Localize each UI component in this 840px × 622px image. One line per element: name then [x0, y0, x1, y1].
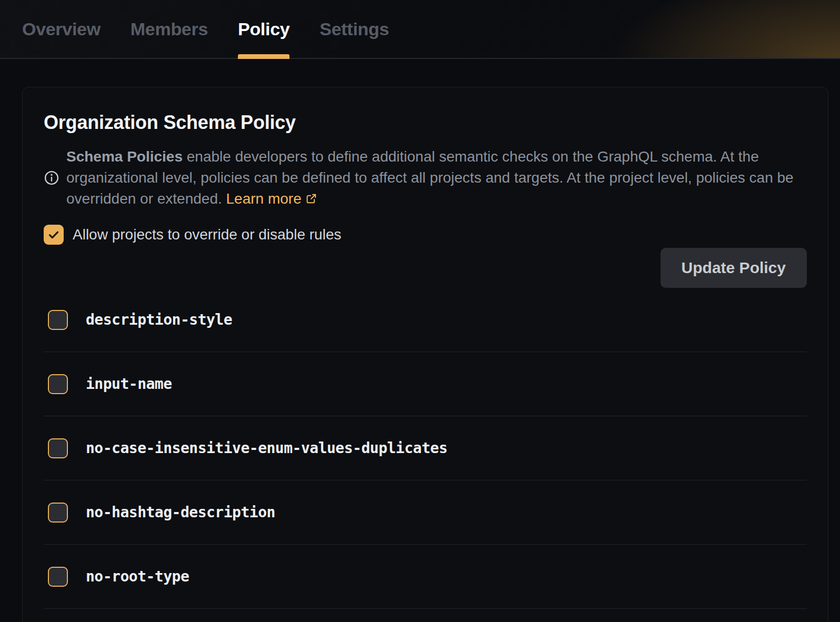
rule-checkbox[interactable] [48, 438, 68, 458]
tabs-nav: Overview Members Policy Settings [22, 0, 389, 58]
external-link-icon [305, 193, 317, 205]
rule-name: no-hashtag-description [86, 504, 275, 521]
rule-row-description-style: description-style [44, 288, 807, 352]
rule-name: description-style [86, 311, 232, 328]
tab-members[interactable]: Members [131, 0, 208, 58]
main-content: Organization Schema Policy Schema Polici… [0, 87, 840, 622]
rule-name: no-root-type [86, 568, 189, 585]
learn-more-label: Learn more [226, 190, 302, 207]
rule-name: no-case-insensitive-enum-values-duplicat… [86, 439, 447, 457]
rule-checkbox[interactable] [48, 374, 68, 394]
tab-policy-label: Policy [238, 19, 289, 39]
policy-description: Schema Policies enable developers to def… [66, 146, 807, 209]
allow-override-row: Allow projects to override or disable ru… [44, 225, 807, 245]
policy-description-lead: Schema Policies [66, 148, 183, 165]
rule-checkbox[interactable] [48, 310, 68, 330]
info-icon [44, 170, 59, 186]
rule-row-no-case-insensitive-enum-values-duplicates: no-case-insensitive-enum-values-duplicat… [44, 416, 807, 480]
tab-overview[interactable]: Overview [22, 0, 101, 58]
button-row: Update Policy [44, 248, 807, 288]
tab-settings[interactable]: Settings [319, 0, 389, 58]
rules-list: description-style input-name no-case-ins… [44, 288, 807, 609]
allow-override-checkbox[interactable] [44, 225, 64, 245]
rule-name: input-name [86, 375, 172, 393]
rule-row-no-root-type: no-root-type [44, 545, 807, 609]
rule-checkbox[interactable] [48, 567, 68, 587]
tab-policy[interactable]: Policy [238, 0, 289, 58]
page-title: Organization Schema Policy [44, 112, 807, 134]
tab-bar: Overview Members Policy Settings [0, 0, 840, 59]
check-icon [47, 228, 61, 242]
rule-checkbox[interactable] [48, 503, 68, 523]
rule-row-input-name: input-name [44, 352, 807, 416]
policy-card: Organization Schema Policy Schema Polici… [22, 87, 828, 622]
learn-more-link[interactable]: Learn more [226, 190, 317, 207]
update-policy-button[interactable]: Update Policy [661, 248, 807, 288]
active-tab-indicator [238, 54, 289, 59]
rule-row-no-hashtag-description: no-hashtag-description [44, 480, 807, 545]
allow-override-label: Allow projects to override or disable ru… [73, 226, 341, 243]
policy-description-row: Schema Policies enable developers to def… [44, 146, 807, 209]
